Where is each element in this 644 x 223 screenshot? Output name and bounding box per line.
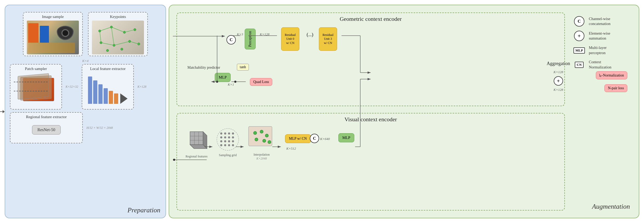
k32-dim-label: K×32×32 [66,85,78,89]
vis-mlp-block: MLP [338,133,354,142]
legend-cn-symbol: CN [575,62,584,68]
vis-encoder-title: Visual context encoder [177,113,564,123]
sampling-grid-visual: Sampling grid [216,128,239,157]
legend-c-text: Channel-wise concatenation [589,16,628,27]
legend-plus-symbol: + [574,31,584,41]
svg-point-25 [224,140,226,142]
legend-item-mlp: MLP Multi-layerperceptron [573,45,628,55]
svg-point-15 [217,129,239,150]
matchability-label: Matchability predictor [187,65,220,70]
legend-item-c: C Channel-wise concatenation [573,16,628,27]
svg-line-1 [111,27,124,32]
k1-label: K×1 [228,82,234,87]
svg-point-27 [232,140,234,142]
quad-loss-block: Quad Loss [250,78,272,86]
svg-point-18 [228,132,230,135]
svg-line-6 [100,31,101,43]
aggregation-title: Aggregation [547,61,570,66]
svg-point-29 [224,144,226,146]
legend-item-cn: CN ContextNormalization [573,60,628,70]
keypoints-visual [92,21,144,54]
lfe-visual [85,73,130,104]
residual0-block: Residual Unit 0w/ CN [281,27,299,51]
svg-line-0 [100,27,111,31]
lfe-label: Local feature extractor [85,67,130,71]
geo-encoder-box: Geometric context encoder Perceptron C K… [176,12,565,106]
svg-point-24 [220,140,222,142]
vis-encoder-box: Visual context encoder Regional [176,113,565,211]
residual3-block: Residual Unit 3w/ CN [319,27,337,51]
perceptron-block: Perceptron [245,29,256,49]
preparation-panel: H×W×3 Image sample Keypoints [5,5,166,218]
svg-point-36 [255,138,258,141]
svg-point-28 [220,144,222,146]
resnet-block: ResNet-50 [32,125,61,135]
image-sample-visual [27,21,79,54]
svg-line-5 [130,41,139,44]
k128-lfe-dim-label: K×128 [137,85,146,89]
bottom-row: Regional feature extractor ResNet-50 H/3… [10,112,161,143]
keypoints-label: Keypoints [92,15,144,19]
svg-point-34 [260,130,263,133]
legend-c-symbol: C [574,16,584,27]
legend-mlp-symbol: MLP [573,47,585,54]
rfe-box: Regional feature extractor ResNet-50 [10,112,83,143]
keypoints-box: Keypoints [88,12,148,56]
k4-dim-label: K×4 [10,59,161,63]
rfe-dim-label: H/32 × W/32 × 2048 [86,125,113,130]
legend-plus-text: Element-wisesummation [589,31,610,41]
k3-label: K×3 [237,32,243,36]
augmentation-label: Augmentation [592,203,630,211]
image-sample-box: Image sample [23,12,83,56]
preparation-label: Preparation [128,206,160,214]
npair-loss-block: N-pair loss [604,84,627,92]
svg-point-33 [254,131,257,135]
geo-encoder-title: Geometric context encoder [177,13,564,22]
svg-point-38 [268,141,271,144]
k128-geo-label: K×128 [260,32,269,36]
svg-line-2 [124,30,135,32]
patch-sampler-box: Patch sampler [10,64,62,110]
geo-c-circle: C [226,35,236,44]
aggregation-section: Aggregation K×128 + K×128 [547,61,570,92]
patch-sampler-visual [14,73,58,106]
svg-point-19 [232,132,234,135]
svg-point-37 [263,139,266,142]
vis-mlp-cn-block: MLP w/ CN [285,134,311,143]
interpolation-visual: Interpolation K×2048 [247,125,276,161]
regional-features-visual: Regional features [185,129,208,158]
k640-label: K×640 [320,136,330,141]
geo-mlp-block: MLP [215,73,231,82]
legend-cn-text: ContextNormalization [589,60,611,70]
aggregation-sum-circle: + [554,76,563,86]
svg-line-4 [114,41,130,45]
k512-label: K×512 [286,146,296,151]
lfe-box: Local feature extractor [82,64,134,110]
svg-point-31 [232,144,234,146]
image-sample-label: Image sample [27,15,79,19]
svg-point-35 [265,134,268,137]
legend-mlp-text: Multi-layerperceptron [589,45,607,55]
svg-line-7 [111,27,114,45]
patch-sampler-label: Patch sampler [14,67,58,71]
svg-point-16 [220,132,222,135]
rfe-label: Regional feature extractor [14,115,79,119]
dots-block: (...) [305,30,315,40]
agg-k128-top: K×128 [554,70,563,74]
middle-row: Patch sampler K×32×32 Local feature extr… [10,64,161,110]
svg-point-48 [173,159,175,161]
svg-point-23 [232,136,234,138]
svg-marker-8 [190,132,203,145]
svg-point-20 [220,136,222,138]
agg-k128-mid: K×128 [554,88,563,92]
augmentation-panel: Geometric context encoder Perceptron C K… [169,5,639,218]
svg-point-17 [224,132,226,135]
tanh-block: tanh [237,64,249,71]
legend-panel: C Channel-wise concatenation + Element-w… [569,12,632,78]
svg-point-21 [224,136,226,138]
svg-point-30 [228,144,230,146]
legend-item-plus: + Element-wisesummation [573,31,628,41]
vis-c-circle: C [310,134,319,143]
svg-line-3 [101,43,114,45]
svg-point-26 [228,140,230,142]
